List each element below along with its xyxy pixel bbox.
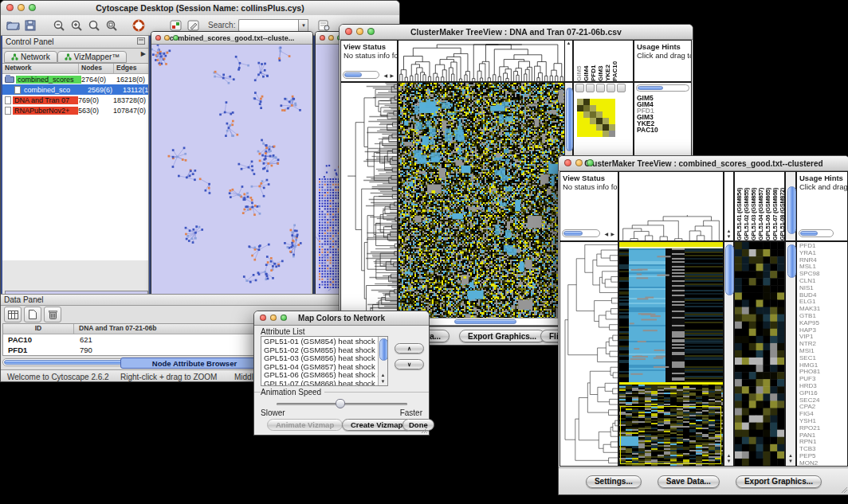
attribute-list-item[interactable]: GPL51-06 (GSM865) heat shock 40 min <box>264 371 376 380</box>
network-canvas-a[interactable] <box>151 45 311 294</box>
resize-grip[interactable] <box>840 486 848 494</box>
array-label[interactable]: PAC10 <box>611 41 618 81</box>
up-arrow-icon[interactable]: ▲ <box>565 41 572 45</box>
reset-icon[interactable] <box>617 84 626 92</box>
animate-vizmap-button[interactable]: Animate Vizmap <box>267 419 343 431</box>
tab-overflow-icon[interactable]: ▶ <box>141 50 146 57</box>
attribute-list-item[interactable]: GPL51-01 (GSM854) heat shock 05 min <box>264 338 376 346</box>
float-panel-icon[interactable] <box>137 37 145 46</box>
gene-label[interactable]: PAC10 <box>637 127 691 133</box>
minimize-button[interactable] <box>356 28 363 35</box>
attribute-list-scrollbar[interactable]: ▲ ▼ <box>378 337 387 385</box>
zoom-out-icon[interactable] <box>50 18 68 33</box>
array-label[interactable]: YKE2 <box>604 41 611 81</box>
zoom-button[interactable] <box>281 315 287 321</box>
close-button[interactable] <box>320 35 325 41</box>
minimize-button[interactable] <box>575 159 583 166</box>
array-label[interactable]: GPL51-04 (GSM857) <box>757 172 764 240</box>
treeview-window-2[interactable]: ClusterMaker TreeView : combined_scores_… <box>558 155 848 495</box>
close-button[interactable] <box>260 315 266 321</box>
treeview2-main-vscrollbar[interactable]: ▲ ▼ <box>724 241 734 467</box>
gene-panel-scrollbar[interactable] <box>636 84 689 92</box>
zoom-button[interactable] <box>367 28 375 35</box>
node-attribute-browser-tab[interactable]: Node Attribute Browser <box>120 357 269 369</box>
zoom-button[interactable] <box>173 35 179 41</box>
treeview1-row-dendrogram[interactable] <box>340 82 398 326</box>
zoom-in-icon[interactable] <box>575 84 584 92</box>
array-label[interactable]: GPL51-08 (GSM872) <box>779 172 785 240</box>
treeview2-global-heatmap[interactable] <box>618 241 724 467</box>
done-button[interactable]: Done <box>402 419 434 431</box>
array-label[interactable]: GIM3 <box>597 41 604 81</box>
array-label[interactable]: GPL51-07 (GSM868) <box>771 172 779 240</box>
close-button[interactable] <box>564 159 571 166</box>
array-label[interactable]: GPL51-01 (GSM854) <box>736 172 743 240</box>
treeview2-zoom-vscrollbar-top[interactable] <box>785 171 796 241</box>
attribute-table-icon[interactable] <box>4 307 22 322</box>
close-button[interactable] <box>345 28 352 35</box>
delete-attribute-icon[interactable] <box>44 307 61 322</box>
minimize-button[interactable] <box>164 35 170 41</box>
close-button[interactable] <box>6 4 14 11</box>
zoom-selected-icon[interactable] <box>103 18 120 33</box>
treeview2-titlebar[interactable]: ClusterMaker TreeView : combined_scores_… <box>559 156 848 171</box>
treeview2-zoom-vscrollbar[interactable]: ▲ ▼ <box>785 241 796 467</box>
minimize-button[interactable] <box>18 4 25 11</box>
zoom-button[interactable] <box>29 4 36 11</box>
array-label[interactable]: GPL51-02 (GSM855) <box>743 172 750 240</box>
attribute-list-item[interactable]: GPL51-03 (GSM856) heat shock 15 min <box>264 354 376 363</box>
network-list-item[interactable]: combined_sco 2569(6) 13112(15) <box>2 84 148 95</box>
network-view-window-a[interactable]: combined_scores_good.txt--cluste... <box>151 31 313 295</box>
move-down-button[interactable]: ∨ <box>395 359 424 369</box>
network-list-item[interactable]: RNAPuberNov2+ 563(0) 107847(0) <box>2 105 148 115</box>
map-colors-dialog[interactable]: Map Colors to Network Attribute List GPL… <box>253 311 430 436</box>
resize-grip[interactable] <box>420 426 428 434</box>
control-panel-tab[interactable]: Network <box>4 51 57 63</box>
new-attribute-icon[interactable] <box>24 307 41 322</box>
search-dropdown-icon[interactable]: ▼ <box>298 19 308 32</box>
help-lifesaver-icon[interactable] <box>130 18 147 33</box>
treeview2-zoom-heatmap[interactable] <box>734 241 785 467</box>
network-view-a-titlebar[interactable]: combined_scores_good.txt--cluste... <box>151 32 312 45</box>
minimize-button[interactable] <box>328 35 334 41</box>
settings-button[interactable]: Settings... <box>586 475 642 488</box>
attribute-list-item[interactable]: GPL51-07 (GSM868) heat shock 60 min <box>264 380 376 387</box>
left-arrow-icon[interactable]: ◀ <box>383 72 387 78</box>
left-arrow-icon[interactable]: ◀ <box>604 231 608 236</box>
view-status-scrollbar[interactable] <box>562 229 600 237</box>
treeview2-column-dendrogram[interactable] <box>618 171 724 241</box>
right-arrow-icon[interactable]: ▶ <box>610 231 614 236</box>
pan-icon[interactable] <box>596 84 605 92</box>
minimize-button[interactable] <box>270 315 277 321</box>
zoom-fit-icon[interactable] <box>85 18 103 33</box>
usage-hints-scrollbar[interactable] <box>799 229 834 237</box>
treeview1-column-dendrogram[interactable] <box>398 40 565 82</box>
treeview2-row-dendrogram[interactable] <box>559 241 618 467</box>
treeview1-zoom-matrix[interactable] <box>577 99 615 137</box>
right-arrow-icon[interactable]: ▶ <box>390 72 394 78</box>
view-status-scrollbar[interactable] <box>343 71 379 79</box>
save-session-icon[interactable] <box>22 18 39 33</box>
move-up-button[interactable]: ∧ <box>395 343 424 354</box>
network-list-item[interactable]: DNA and Tran 07 769(0) 183728(0) <box>2 95 148 105</box>
array-label[interactable]: PFD1 <box>590 41 597 81</box>
array-label[interactable]: GPL51-03 (GSM856) <box>750 172 757 240</box>
treeview1-global-heatmap[interactable] <box>398 82 565 326</box>
treeview1-titlebar[interactable]: ClusterMaker TreeView : DNA and Tran 07-… <box>340 25 693 40</box>
export-graphics-button[interactable]: Export Graphics... <box>459 330 545 342</box>
save-data-button[interactable]: Save Data... <box>658 475 720 488</box>
dialog-titlebar[interactable]: Map Colors to Network <box>254 311 429 326</box>
network-list-item[interactable]: combined_scores 2764(0) 16218(0) <box>2 74 148 84</box>
zoom-button[interactable] <box>587 159 594 166</box>
zoom-out-icon[interactable] <box>586 84 595 92</box>
export-graphics-button[interactable]: Export Graphics... <box>736 475 822 488</box>
create-vizmap-button[interactable]: Create Vizmap <box>342 419 411 431</box>
main-titlebar[interactable]: Cytoscape Desktop (Session Name: collins… <box>1 1 399 16</box>
control-panel-tab[interactable]: VizMapper™ <box>57 51 128 63</box>
array-label[interactable]: GIM5 <box>575 41 583 81</box>
zoom-in-icon[interactable] <box>68 18 85 33</box>
array-label[interactable]: GIM4 <box>583 41 590 81</box>
select-icon[interactable] <box>607 84 615 92</box>
animation-speed-slider[interactable] <box>277 403 407 405</box>
gene-label[interactable]: MON2 <box>799 460 847 467</box>
